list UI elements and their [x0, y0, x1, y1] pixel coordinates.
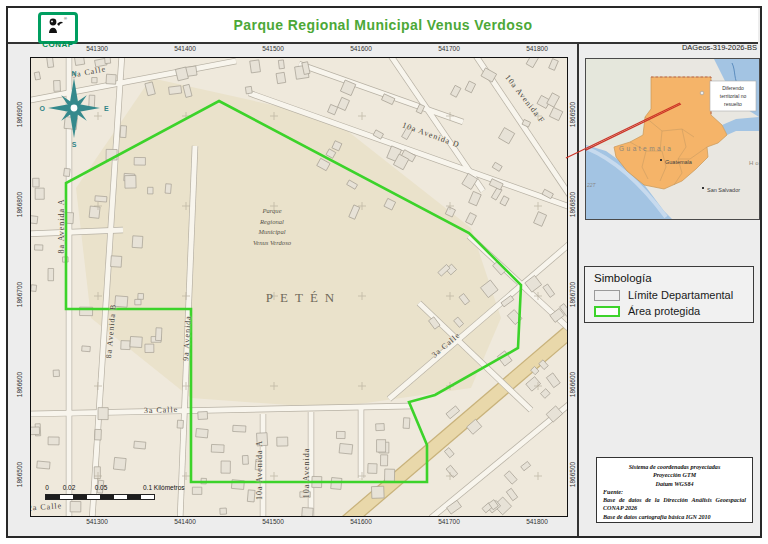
- axis-label: 541400: [160, 518, 210, 525]
- axis-label: 1866800: [569, 185, 576, 225]
- map-geometry: [31, 58, 567, 516]
- inset-country-label: Guatemala: [619, 145, 673, 152]
- header-bar: Parque Regional Municipal Venus Verdoso …: [8, 8, 758, 44]
- inset-city-label: Guatemala: [665, 159, 693, 165]
- axis-label: 1866600: [16, 365, 23, 405]
- credit-line: Sistema de coordenadas proyectadas: [603, 463, 746, 471]
- axis-label: 1866900: [569, 95, 576, 135]
- street-label: 8a Avenida A: [57, 199, 66, 254]
- legend-title: Simbología: [594, 272, 744, 284]
- dispute-note-line: Diferendo: [722, 85, 744, 91]
- region-label: PETÉN: [231, 290, 376, 306]
- axis-label: 541300: [72, 518, 122, 525]
- credit-line: Datum WGS84: [603, 480, 746, 488]
- axis-label: 541600: [336, 518, 386, 525]
- axis-label: 1866500: [569, 455, 576, 495]
- legend-swatch-protected: [594, 306, 620, 317]
- inset-locator-map: Diferendo territorial no resuelto Guatem…: [585, 58, 760, 220]
- panel-divider: [577, 42, 579, 536]
- scale-tick-label: 0.02: [63, 484, 76, 491]
- legend-item: Límite Departamental: [594, 289, 744, 301]
- scale-bar: 0 0.02 0.05 0.1 Kilómetros: [45, 484, 245, 508]
- axis-label: 541800: [512, 45, 562, 52]
- map-document-page: Parque Regional Municipal Venus Verdoso …: [0, 0, 768, 544]
- axis-label: 541800: [512, 518, 562, 525]
- axis-label: 1866700: [16, 275, 23, 315]
- compass-e-label: E: [104, 105, 109, 112]
- legend-item: Área protegida: [594, 305, 744, 317]
- credit-line: Base de datos de la Dirección Análisis G…: [603, 496, 746, 504]
- credit-line: Base de datos cartografía básica IGN 201…: [603, 513, 746, 521]
- svg-text:®: ®: [64, 16, 67, 21]
- inset-city2-label: San Salvador: [707, 187, 740, 193]
- scale-bar-graphic: [45, 494, 155, 500]
- dispute-note-line: resuelto: [724, 101, 742, 107]
- street-label: 10a Avenida: [302, 448, 311, 499]
- legend-swatch-departmental: [594, 290, 620, 301]
- compass-w-label: O: [40, 105, 46, 112]
- credit-line: Proyección GTM: [603, 471, 746, 479]
- inset-zone-label: 22T: [586, 182, 597, 188]
- main-map-canvas: Parque Regional Municipal Venus Verdoso …: [30, 57, 568, 517]
- dispute-marker: [700, 91, 704, 95]
- compass-n-label: N: [71, 70, 76, 77]
- street-label: 10a Avenida A: [255, 440, 264, 500]
- axis-label: 1866700: [569, 275, 576, 315]
- compass-rose: N S E O: [39, 68, 111, 148]
- scale-tick-label: 0.05: [95, 484, 108, 491]
- legend-panel: Simbología Límite Departamental Área pro…: [584, 266, 754, 323]
- conap-logo-figure: ®: [41, 15, 69, 35]
- scale-tick-label: 0: [45, 484, 49, 491]
- axis-label: 1866600: [569, 365, 576, 405]
- dispute-note-line: territorial no: [720, 93, 747, 99]
- axis-label: 541300: [72, 45, 122, 52]
- park-name-label: Parque Regional Municipal Venus Verdoso: [227, 206, 317, 248]
- axis-label: 1866500: [16, 455, 23, 495]
- page-title: Parque Regional Municipal Venus Verdoso: [8, 8, 758, 42]
- axis-label: 541700: [424, 518, 474, 525]
- axis-label: 541700: [424, 45, 474, 52]
- scale-tick-label: 0.1 Kilómetros: [143, 484, 185, 491]
- compass-s-label: S: [72, 141, 77, 148]
- credits-panel: Sistema de coordenadas proyectadas Proye…: [596, 457, 753, 523]
- doc-code: DAGeos-319-2026-BS: [682, 43, 757, 52]
- axis-label: 541500: [248, 45, 298, 52]
- credit-line: CONAP 2026: [603, 504, 746, 512]
- axis-label: 1866800: [16, 185, 23, 225]
- axis-label: 541400: [160, 45, 210, 52]
- axis-label: 541500: [248, 518, 298, 525]
- credit-line: Fuente:: [603, 488, 746, 496]
- street-label: 3a Calle: [144, 405, 179, 415]
- inset-neighbor-label: Honduras: [749, 160, 759, 166]
- axis-label: 1866900: [16, 95, 23, 135]
- axis-label: 541600: [336, 45, 386, 52]
